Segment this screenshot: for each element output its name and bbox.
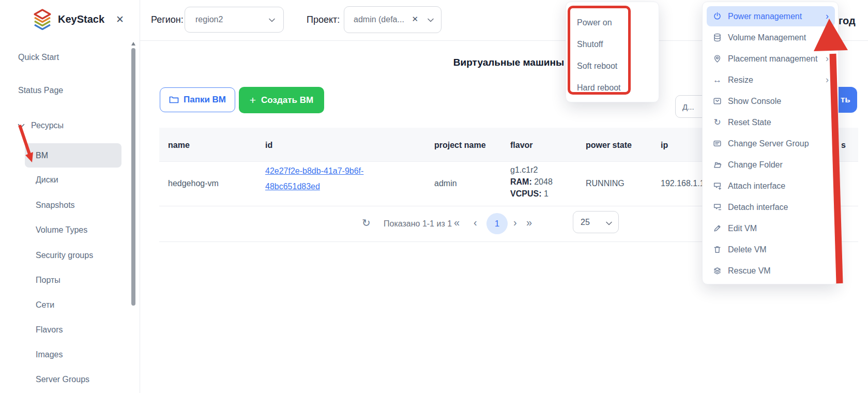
server-group-icon: [713, 139, 722, 148]
column-header-ip: ip: [661, 141, 668, 150]
brand-title: KeyStack: [58, 13, 104, 25]
region-value: region2: [195, 15, 223, 24]
menu-item-delete-vm[interactable]: Delete VM: [707, 239, 835, 260]
sidebar-item-vm[interactable]: ВМ: [36, 151, 48, 160]
chevron-down-icon: [606, 221, 612, 225]
column-header-flavor: flavor: [510, 141, 533, 150]
menu-item-placement-management[interactable]: Placement management ›: [707, 49, 835, 69]
vcpus-label: VCPUS:: [510, 189, 541, 198]
reset-icon: ↻: [713, 117, 722, 128]
folder-open-icon: [713, 160, 722, 169]
sidebar-item-snapshots[interactable]: Snapshots: [36, 201, 75, 210]
column-header-project-name: project name: [434, 141, 486, 150]
menu-item-soft-reboot[interactable]: Soft reboot: [577, 57, 649, 75]
console-icon: [713, 97, 722, 105]
sidebar-item-disks[interactable]: Диски: [36, 175, 58, 185]
column-header-trailing-fragment: s: [841, 141, 846, 150]
cell-project-name: admin: [434, 179, 457, 188]
sidebar-item-networks[interactable]: Сети: [36, 300, 54, 310]
chevron-down-icon: [428, 18, 434, 22]
project-select[interactable]: admin (defa... ✕: [344, 6, 441, 33]
sidebar-item-quick-start[interactable]: Quick Start: [18, 53, 59, 62]
refresh-icon[interactable]: ↻: [362, 217, 371, 229]
cell-power-state: RUNNING: [586, 179, 625, 188]
page-size-value: 25: [581, 218, 590, 227]
menu-item-shutoff[interactable]: Shutoff: [577, 35, 649, 54]
sidebar-item-status-page[interactable]: Status Page: [18, 86, 63, 95]
submenu-arrow-icon: ›: [826, 53, 829, 64]
sidebar-scroll-up-icon[interactable]: [131, 42, 135, 46]
plus-icon: +: [250, 94, 256, 107]
cell-flavor-ram: RAM: 2048: [510, 177, 553, 187]
submenu-arrow-icon: ›: [826, 32, 829, 43]
sidebar-item-security-groups[interactable]: Security groups: [36, 251, 93, 260]
sidebar-item-server-groups[interactable]: Server Groups: [36, 375, 89, 384]
detach-interface-icon: [713, 203, 722, 211]
ram-label: RAM:: [510, 177, 532, 186]
last-page-button[interactable]: »: [526, 217, 532, 229]
trash-icon: [713, 245, 722, 254]
menu-item-rescue-vm[interactable]: Rescue VM: [707, 261, 835, 281]
pagination-summary: Показано 1-1 из 1: [384, 219, 452, 229]
submenu-arrow-icon: ›: [826, 11, 829, 22]
menu-item-edit-vm[interactable]: Edit VM: [707, 218, 835, 238]
sidebar-item-flavors[interactable]: Flavors: [36, 325, 63, 335]
folder-icon: [169, 96, 179, 104]
menu-item-volume-management[interactable]: Volume Management ›: [707, 27, 835, 48]
menu-item-detach-interface[interactable]: Detach interface: [707, 197, 835, 217]
location-pin-icon: [713, 54, 722, 63]
sidebar-item-images[interactable]: Images: [36, 350, 63, 359]
menu-item-change-server-group[interactable]: Change Server Group: [707, 133, 835, 154]
sidebar: KeyStack ✕ Quick Start Status Page Ресур…: [0, 0, 140, 393]
power-submenu: Power on Shutoff Soft reboot Hard reboot: [566, 2, 659, 102]
project-label: Проект:: [307, 14, 340, 25]
logout-link-fragment[interactable]: год: [839, 15, 856, 27]
menu-item-power-on[interactable]: Power on: [577, 13, 649, 32]
menu-item-hard-reboot[interactable]: Hard reboot: [577, 79, 649, 97]
menu-item-reset-state[interactable]: ↻ Reset State: [707, 112, 835, 132]
region-label: Регион:: [151, 14, 184, 25]
first-page-button[interactable]: «: [454, 217, 460, 229]
page-number-button[interactable]: 1: [486, 213, 508, 234]
menu-item-show-console[interactable]: Show Console: [707, 91, 835, 111]
create-vm-button[interactable]: + Создать ВМ: [239, 87, 324, 113]
app-root: KeyStack ✕ Quick Start Status Page Ресур…: [0, 0, 868, 393]
create-vm-label: Создать ВМ: [261, 95, 313, 105]
menu-item-resize[interactable]: ↔ Resize ›: [707, 70, 835, 90]
menu-item-attach-interface[interactable]: Attach interface: [707, 176, 835, 196]
sidebar-item-ports[interactable]: Порты: [36, 276, 60, 285]
cell-flavor-vcpus: VCPUS: 1: [510, 189, 549, 199]
sidebar-group-resources[interactable]: Ресурсы: [31, 121, 64, 130]
region-select[interactable]: region2: [185, 7, 284, 33]
sidebar-close-icon[interactable]: ✕: [116, 13, 124, 25]
cell-vm-name: hedgehog-vm: [168, 179, 219, 188]
filter-button-fragment[interactable]: ть: [836, 87, 857, 113]
rescue-icon: [713, 266, 722, 275]
cell-vm-id-link-line2[interactable]: 48bc651d83ed: [265, 182, 320, 191]
ram-value: 2048: [534, 177, 553, 186]
column-header-power-state: power state: [586, 141, 632, 150]
clear-icon[interactable]: ✕: [412, 14, 418, 24]
prev-page-button[interactable]: ‹: [474, 217, 477, 229]
chevron-down-icon: [18, 124, 25, 128]
page-size-select[interactable]: 25: [573, 211, 619, 233]
vm-actions-context-menu: Power management › Volume Management › P…: [702, 2, 839, 284]
keystack-logo-icon: [33, 9, 52, 31]
vm-folders-button[interactable]: Папки ВМ: [160, 87, 235, 112]
attach-interface-icon: [713, 182, 722, 190]
database-icon: [713, 33, 722, 42]
column-header-id: id: [265, 141, 272, 150]
submenu-arrow-icon: ›: [826, 74, 829, 85]
power-icon: [713, 12, 722, 21]
vcpus-value: 1: [544, 189, 549, 198]
cell-vm-id-link-line1[interactable]: 42e27f2e-b8db-41a7-9b6f-: [265, 167, 363, 176]
sidebar-scrollbar-thumb[interactable]: [131, 48, 135, 306]
resize-arrows-icon: ↔: [713, 75, 722, 85]
next-page-button[interactable]: ›: [513, 217, 517, 229]
vm-folders-label: Папки ВМ: [184, 95, 226, 105]
menu-item-change-folder[interactable]: Change Folder: [707, 155, 835, 175]
sidebar-item-volume-types[interactable]: Volume Types: [36, 225, 87, 235]
cell-flavor-name: g1.c1r2: [510, 165, 538, 175]
edit-icon: [713, 224, 722, 233]
menu-item-power-management[interactable]: Power management ›: [707, 6, 835, 26]
